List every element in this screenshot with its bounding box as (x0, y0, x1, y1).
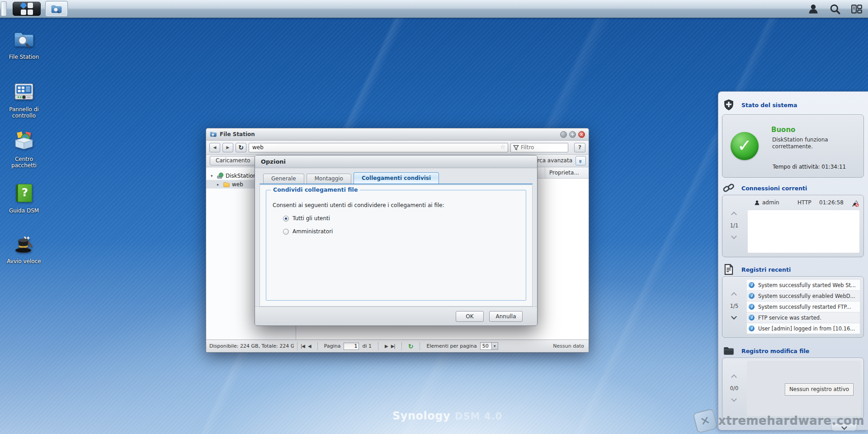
column-header-owner[interactable]: Proprieta... (545, 167, 589, 178)
disconnect-icon[interactable] (852, 200, 859, 207)
tab-content-pane: Condividi collegamenti file Consenti ai … (259, 185, 533, 307)
dialog-titlebar[interactable]: Opzioni (255, 156, 537, 168)
connections-header: Connessioni correnti (723, 182, 807, 194)
upload-button[interactable]: Caricamento (210, 156, 256, 165)
cancel-button[interactable]: Annulla (489, 311, 523, 322)
connection-protocol: HTTP (797, 199, 811, 206)
radio-button[interactable] (283, 229, 289, 235)
window-statusbar: Disponibile: 224 GB, Totale: 224 GB |◀ ◀… (206, 340, 589, 352)
tab-montaggio[interactable]: Montaggio (307, 174, 351, 184)
desktop-icon-package-center[interactable]: Centro pacchetti (3, 130, 45, 169)
log-row[interactable]: i System successfully restarted FTP... (747, 302, 860, 312)
logs-pager: 1/5 (722, 277, 746, 337)
show-desktop-handle[interactable] (1, 1, 7, 16)
desktop-icon-label: Guida DSM (3, 208, 45, 214)
first-page-icon[interactable]: |◀ (301, 344, 305, 349)
pager-down-icon[interactable] (731, 233, 737, 239)
widget-title: Stato del sistema (741, 102, 797, 108)
taskbar-file-station-button[interactable] (45, 1, 68, 17)
log-text: System successfully started Web St... (758, 282, 856, 288)
dark-folder-icon (723, 345, 735, 357)
address-input[interactable] (249, 143, 508, 152)
version-text: DSM 4.0 (455, 411, 502, 422)
site-watermark: ✕ xtremehardware.com (695, 410, 864, 431)
radio-option-all-users[interactable]: Tutti gli utenti (283, 215, 526, 222)
radio-option-administrators[interactable]: Amministratori (283, 228, 526, 235)
pager-up-icon[interactable] (731, 374, 737, 380)
desktop-icon-file-station[interactable]: File Station (3, 28, 45, 60)
radio-button-checked[interactable] (283, 216, 289, 222)
refresh-button[interactable]: ↻ (236, 143, 246, 152)
pager-up-icon[interactable] (731, 292, 737, 298)
connection-row[interactable]: admin HTTP 01:26:58 (748, 199, 860, 208)
advanced-search-expand-button[interactable]: » (576, 156, 586, 165)
per-page-label: Elementi per pagina (426, 343, 476, 349)
info-icon: i (749, 304, 755, 310)
log-row[interactable]: i User [admin] logged in from [10.16... (747, 323, 860, 334)
recent-logs-box: 1/5 i System successfully started Web St… (722, 276, 864, 338)
pager-down-icon[interactable] (731, 396, 737, 402)
info-icon: i (749, 315, 755, 321)
tab-generale[interactable]: Generale (263, 174, 304, 184)
minimize-button[interactable] (560, 131, 567, 138)
folder-icon (223, 181, 230, 188)
back-button[interactable]: ◀ (209, 143, 220, 152)
brand-text: Synology (392, 410, 450, 422)
window-titlebar[interactable]: File Station + × (206, 128, 589, 141)
dsm-help-icon (13, 182, 35, 204)
page-label: Pagina (324, 343, 341, 349)
filter-box[interactable] (510, 143, 568, 152)
status-ok-icon: ✓ (731, 132, 759, 160)
last-page-icon[interactable]: ▶| (391, 344, 395, 349)
tree-expander-closed-icon[interactable]: ▸ (217, 182, 221, 187)
info-icon: i (749, 293, 755, 299)
forward-button[interactable]: ▶ (222, 143, 233, 152)
ok-button[interactable]: OK (456, 311, 484, 322)
radio-label: Tutti gli utenti (292, 215, 330, 222)
log-row[interactable]: i System successfully started Web St... (747, 280, 860, 290)
x-logo-icon: ✕ (693, 408, 718, 434)
window-title: File Station (220, 131, 255, 137)
log-row[interactable]: i System successfully enabled WebD... (747, 291, 860, 301)
main-menu-button[interactable] (13, 2, 41, 16)
user-account-icon[interactable] (807, 3, 819, 15)
prev-page-icon[interactable]: ◀ (308, 344, 311, 349)
tree-expander-open-icon[interactable]: ▾ (211, 174, 215, 178)
desktop-icon-quick-start[interactable]: Avvio veloce (3, 232, 45, 264)
file-station-icon (210, 131, 217, 138)
log-row[interactable]: i FTP service was started. (747, 312, 860, 323)
bookmark-star-icon[interactable]: ☆ (500, 143, 505, 150)
empty-list-text: Nessun dato (553, 343, 589, 349)
file-change-log-header: Registro modifica file (723, 345, 809, 357)
log-text: System successfully enabled WebD... (758, 293, 855, 299)
status-description: DiskStation funziona correttamente. (772, 137, 847, 150)
chain-link-icon (723, 182, 735, 194)
filter-input[interactable] (521, 144, 561, 151)
desktop-icon-control-panel[interactable]: Pannello di controllo (3, 80, 45, 119)
page-number-input[interactable] (344, 343, 359, 350)
search-icon[interactable] (829, 3, 841, 15)
pilot-view-icon[interactable] (851, 3, 863, 15)
per-page-select[interactable]: 50 ▾ (480, 342, 498, 350)
options-dialog: Opzioni Generale Montaggio Collegamenti … (255, 155, 538, 326)
status-value: Buono (771, 126, 795, 134)
widget-title: Registro modifica file (741, 348, 809, 354)
recent-logs-header: Registri recenti (723, 264, 791, 275)
close-button[interactable]: × (578, 131, 585, 138)
capacity-text: Disponibile: 224 GB, Totale: 224 GB (206, 343, 294, 349)
pager-count: 1/1 (722, 222, 746, 229)
desktop-icon-dsm-help[interactable]: Guida DSM (3, 182, 45, 214)
chevron-down-icon: ▾ (491, 343, 498, 349)
file-change-log-box: 0/0 Nessun registro attivo (722, 358, 864, 419)
no-active-log-button[interactable]: Nessun registro attivo (785, 383, 854, 396)
desktop-icon-label: Avvio veloce (3, 258, 45, 264)
help-button[interactable]: ? (574, 143, 585, 152)
connections-list-area (748, 210, 859, 253)
maximize-button[interactable]: + (569, 131, 576, 138)
next-page-icon[interactable]: ▶ (385, 344, 388, 349)
tab-collegamenti-condivisi[interactable]: Collegamenti condivisi (354, 172, 439, 184)
pager-up-icon[interactable] (731, 212, 737, 217)
refresh-list-icon[interactable]: ↻ (408, 343, 414, 350)
pager-down-icon[interactable] (731, 314, 737, 320)
desktop-icon-label: Pannello di controllo (3, 106, 45, 119)
